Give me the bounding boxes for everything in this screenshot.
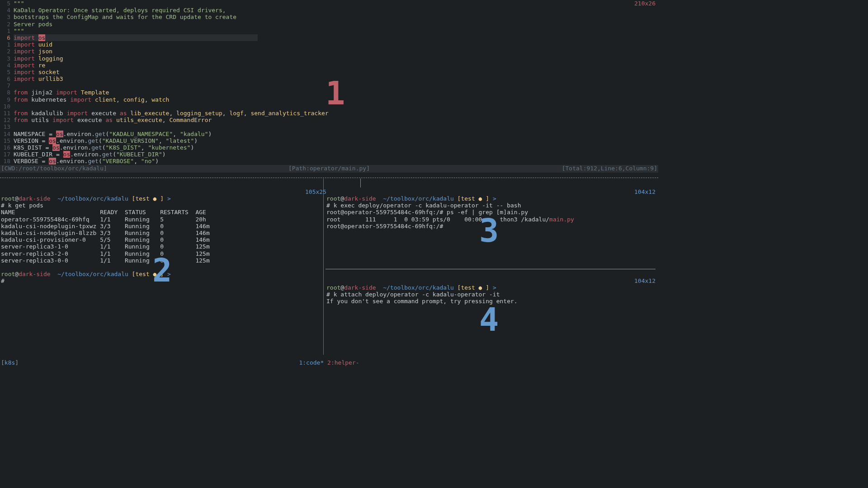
window-list: 1:code* 2:helper- [299,359,359,366]
status-cwd: [CWD:/root/toolbox/orc/kadalu] [0,165,107,173]
vertical-divider [323,178,324,355]
session-name: [k8s] [1,359,19,366]
tmux-status-line: [k8s] 1:code* 2:helper- [0,359,658,367]
pane3-dimensions: 104x12 [634,188,656,195]
pane2-dimensions: 105x25 [305,188,326,195]
code-area[interactable]: """KaDalu Operator: Once started, deploy… [14,0,329,165]
pane-number-1: 1 [326,77,345,109]
editor-status-bar: [CWD:/root/toolbox/orc/kadalu] [Path:ope… [0,165,658,173]
vertical-divider-active [360,178,361,188]
pane-number-3: 3 [479,214,499,247]
pane-number-4: 4 [479,303,499,336]
horizontal-divider-right [326,269,656,269]
window-2[interactable]: 2:helper- [324,359,359,366]
status-position: [Total:912,Line:6,Column:9] [562,165,657,172]
status-path: [Path:operator/main.py] [288,165,370,172]
window-1[interactable]: 1:code* [299,359,324,366]
pane-number-2: 2 [152,254,172,286]
pane-dimensions: 210x26 [634,0,656,7]
horizontal-divider [0,178,658,178]
line-number-gutter: 543216123456789101112131415161718 [0,0,12,165]
pane4-dimensions: 104x12 [634,277,656,284]
